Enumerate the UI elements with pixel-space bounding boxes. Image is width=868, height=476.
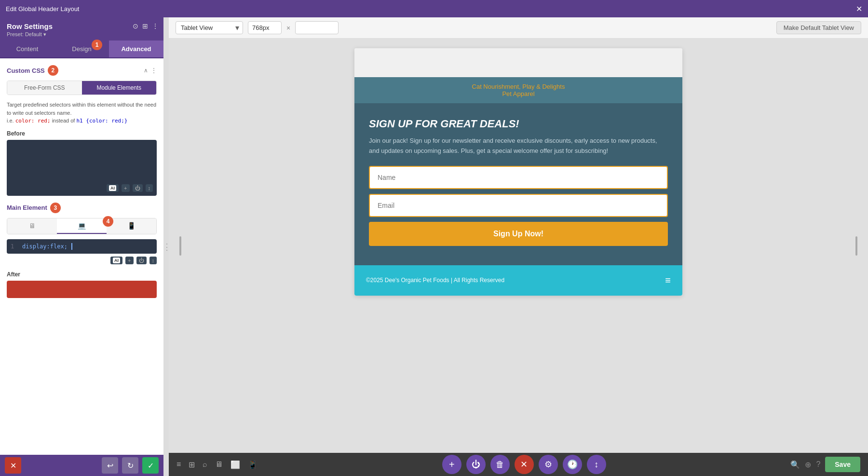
settings-center-button[interactable]: ⚙	[539, 455, 558, 474]
main-element-header: Main Element 3	[7, 203, 157, 213]
tab-content[interactable]: Content	[0, 41, 54, 57]
signup-now-button[interactable]: Sign Up Now!	[369, 222, 668, 246]
tb-menu-icon[interactable]: ≡	[176, 460, 181, 469]
nav-link-2[interactable]: Pet Apparel	[364, 90, 673, 97]
main-element-editor[interactable]: 1 display:flex;	[7, 239, 157, 254]
main-editor-toolbar: AI + ⏻ ↕	[7, 257, 157, 264]
step-4-badge: 4	[103, 216, 113, 227]
step-1-badge: 1	[92, 40, 102, 50]
site-nav-content: Cat Nourishment, Play & Delights Pet App…	[354, 77, 682, 103]
email-input[interactable]	[369, 194, 668, 217]
bottom-toolbar: ≡ ⊞ ⌕ 🖥 ⬜ 📱 + ⏻ 🗑 ✕ ⚙ 🕐 ↕ 🔍 ⊕ ? Save	[169, 453, 868, 476]
make-default-button[interactable]: Make Default Tablet View	[776, 21, 861, 34]
tb-mobile-icon[interactable]: 📱	[248, 460, 258, 469]
search-right-icon[interactable]: 🔍	[790, 460, 800, 469]
row-settings-label: Row Settings	[7, 22, 53, 30]
device-tabs-wrapper: 🖥 💻 📱 4	[7, 218, 157, 234]
footer-copyright: ©2025 Dee's Organic Pet Foods | All Righ…	[366, 276, 504, 285]
name-input[interactable]	[369, 166, 668, 189]
custom-css-badge: 2	[48, 65, 58, 76]
main-element-section: Main Element 3 🖥 💻 📱 4	[7, 203, 157, 264]
view-select[interactable]: Tablet View Desktop View Phone View	[176, 21, 243, 34]
resize-handle-right[interactable]	[854, 231, 858, 260]
clear-width-icon[interactable]: ×	[286, 24, 290, 32]
close-icon[interactable]: ✕	[856, 4, 862, 14]
row-settings-icons-area: ⊙ ⊞ ⋮	[133, 22, 159, 30]
power-btn-main[interactable]: ⏻	[136, 257, 147, 264]
code-example-2: h1 {color: red;}	[76, 118, 127, 124]
help-right-icon[interactable]: ?	[816, 460, 820, 469]
custom-css-title: Custom CSS 2	[7, 65, 58, 76]
close-center-button[interactable]: ✕	[515, 455, 534, 474]
site-nav-placeholder	[354, 48, 682, 77]
before-editor: AI + ⏻ ↕	[7, 140, 157, 196]
preview-toolbar: Tablet View Desktop View Phone View ▾ × …	[169, 17, 868, 39]
view-select-wrapper: Tablet View Desktop View Phone View ▾	[176, 21, 243, 34]
resize-handle-left[interactable]	[178, 231, 182, 260]
website-preview: Cat Nourishment, Play & Delights Pet App…	[354, 48, 682, 296]
device-tab-mobile[interactable]: 📱	[107, 218, 156, 234]
code-content: display:flex;	[22, 243, 68, 250]
preview-content: Cat Nourishment, Play & Delights Pet App…	[169, 39, 868, 453]
tb-search-icon[interactable]: ⌕	[203, 460, 207, 469]
tb-desktop-icon[interactable]: 🖥	[215, 460, 223, 469]
history-center-button[interactable]: 🕐	[563, 455, 582, 474]
sort-btn-main[interactable]: ↕	[149, 257, 157, 264]
reorder-center-button[interactable]: ↕	[587, 455, 606, 474]
focus-icon[interactable]: ⊙	[133, 22, 138, 30]
add-right-icon[interactable]: ⊕	[805, 460, 811, 469]
bottom-toolbar-left: ≡ ⊞ ⌕ 🖥 ⬜ 📱	[176, 460, 258, 469]
after-editor[interactable]	[7, 281, 157, 298]
css-tab-module[interactable]: Module Elements	[82, 81, 157, 95]
nav-link-1[interactable]: Cat Nourishment, Play & Delights	[364, 83, 673, 90]
drag-handle[interactable]: ⋮	[164, 17, 169, 476]
signup-form: Sign Up Now!	[369, 166, 668, 246]
grid-icon[interactable]: ⊞	[142, 22, 148, 30]
ai-btn-main[interactable]: AI	[110, 257, 122, 264]
height-input[interactable]	[295, 21, 339, 34]
main-layout: Row Settings Preset: Default ▾ 1 ⊙ ⊞ ⋮ C…	[0, 17, 868, 476]
bottom-toolbar-center: + ⏻ 🗑 ✕ ⚙ 🕐 ↕	[442, 455, 606, 474]
redo-button[interactable]: ↻	[122, 457, 138, 474]
main-element-badge: 3	[50, 203, 61, 213]
bottom-action-left: ✕	[5, 457, 21, 474]
device-tab-desktop[interactable]: 🖥	[7, 218, 57, 234]
confirm-button[interactable]: ✓	[142, 457, 159, 474]
top-bar: Edit Global Header Layout ✕	[0, 0, 868, 17]
device-tab-tablet[interactable]: 💻	[57, 218, 107, 234]
footer-menu-icon[interactable]: ≡	[665, 275, 671, 286]
add-btn-before[interactable]: +	[122, 184, 129, 192]
bottom-toolbar-right: 🔍 ⊕ ? Save	[790, 457, 860, 472]
sort-btn-before[interactable]: ↕	[146, 184, 153, 192]
top-bar-title: Edit Global Header Layout	[6, 5, 856, 13]
more-icon[interactable]: ⋮	[152, 22, 159, 30]
add-btn-main[interactable]: +	[125, 257, 133, 264]
custom-css-section-header: Custom CSS 2 ∧ ⋮	[7, 65, 157, 76]
before-editor-content[interactable]	[11, 144, 153, 182]
panel-content: Custom CSS 2 ∧ ⋮ Free-Form CSS Module El…	[0, 58, 163, 455]
more-options-icon[interactable]: ⋮	[151, 67, 157, 74]
power-center-button[interactable]: ⏻	[466, 455, 486, 474]
width-input[interactable]	[248, 21, 282, 34]
signup-desc: Join our pack! Sign up for our newslette…	[369, 136, 668, 156]
undo-button[interactable]: ↩	[102, 457, 118, 474]
tab-advanced[interactable]: Advanced	[109, 41, 163, 57]
power-btn-before[interactable]: ⏻	[133, 184, 143, 192]
collapse-icon[interactable]: ∧	[144, 67, 148, 74]
left-panel: Row Settings Preset: Default ▾ 1 ⊙ ⊞ ⋮ C…	[0, 17, 164, 476]
panel-tabs: Content Design Advanced	[0, 41, 163, 58]
delete-center-button[interactable]: 🗑	[490, 455, 510, 474]
css-tab-freeform[interactable]: Free-Form CSS	[7, 81, 82, 95]
tb-tablet-icon[interactable]: ⬜	[231, 460, 240, 469]
tb-grid-icon[interactable]: ⊞	[189, 460, 195, 469]
save-button[interactable]: Save	[825, 457, 860, 472]
cancel-button[interactable]: ✕	[5, 457, 21, 474]
signup-title: Sign Up For Great Deals!	[369, 118, 668, 130]
device-tabs: 🖥 💻 📱	[7, 218, 157, 234]
main-element-title: Main Element 3	[7, 203, 61, 213]
handle-bar-left	[179, 236, 181, 256]
add-center-button[interactable]: +	[442, 455, 461, 474]
row-settings-preset[interactable]: Preset: Default ▾	[7, 31, 157, 38]
before-editor-toolbar: AI + ⏻ ↕	[11, 184, 153, 192]
ai-btn-before[interactable]: AI	[107, 184, 119, 192]
